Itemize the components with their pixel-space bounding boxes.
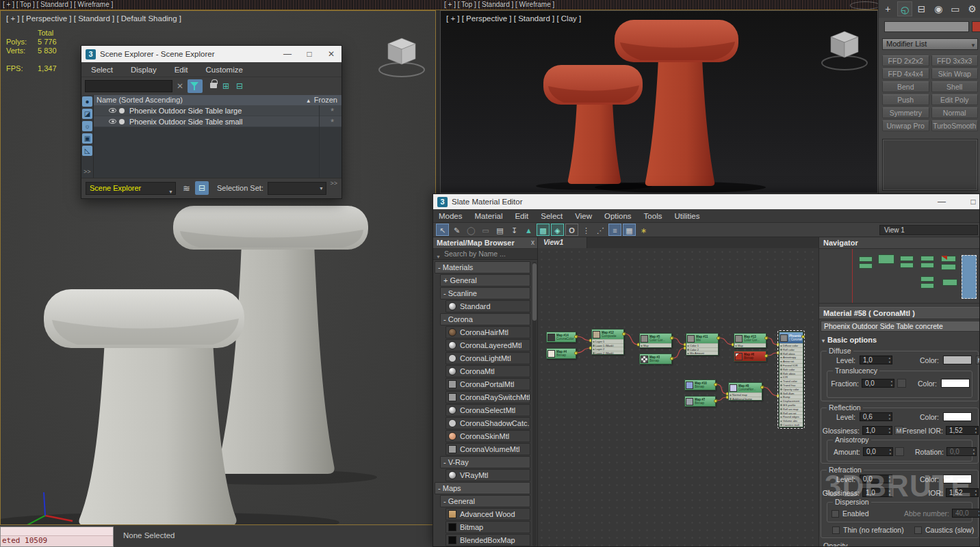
frozen-toggle-icon[interactable]: *: [331, 106, 334, 116]
scene-object-row[interactable]: Phoenix Outdoor Side Table large*: [94, 105, 341, 116]
browser-item-coronalightmtl[interactable]: CoronaLightMtl: [446, 352, 530, 364]
node-slot[interactable]: Layer 2 (Mask): [592, 351, 623, 355]
sme-menu-options[interactable]: Options: [604, 212, 632, 220]
node-output-socket[interactable]: [670, 336, 673, 340]
map-node[interactable]: Map #3Bitmap: [639, 353, 672, 364]
object-name[interactable]: Phoenix Outdoor Side Table small: [129, 118, 243, 126]
modifier-button-skin-wrap[interactable]: Skin Wrap: [931, 68, 979, 79]
browser-item-coronavolumemtl[interactable]: CoronaVolumeMtl: [446, 443, 530, 455]
abbe-number-spinner[interactable]: 40,0: [952, 509, 980, 518]
material-map-browser-toggle-icon[interactable]: ≡: [608, 224, 621, 236]
browser-item-coronahairmtl[interactable]: CoronaHairMtl: [446, 326, 530, 338]
se-menu-display[interactable]: Display: [131, 66, 157, 74]
display-objects-icon[interactable]: ●: [82, 96, 92, 107]
display-cameras-icon[interactable]: ▣: [82, 133, 92, 144]
browser-panel-header[interactable]: Material/Map Browserx: [433, 237, 537, 249]
sme-menu-modes[interactable]: Modes: [439, 212, 463, 220]
frozen-column-header[interactable]: Frozen: [314, 96, 337, 104]
close-button[interactable]: ✕: [321, 46, 341, 62]
se-menu-customize[interactable]: Customize: [206, 66, 243, 74]
show-end-result-icon[interactable]: O: [565, 224, 578, 236]
material-node[interactable]: Phoenix ...( CoronaMtl )Diffuse colorRef…: [779, 332, 803, 427]
modifier-button-ffd-3x3x3[interactable]: FFD 3x3x3: [931, 55, 979, 66]
browser-item-coronalayeredmtl[interactable]: CoronaLayeredMtl: [446, 339, 530, 351]
node-output-socket[interactable]: [764, 354, 768, 358]
material-name-field[interactable]: Phoenix Outdoor Side Table concrete: [821, 321, 980, 332]
modifier-button-normal[interactable]: Normal: [931, 107, 979, 118]
reflection-glossiness-spinner[interactable]: 1,0: [862, 426, 892, 435]
hierarchy-tab-icon[interactable]: ⊟: [914, 1, 929, 16]
node-output-socket[interactable]: [670, 357, 673, 360]
put-material-icon[interactable]: ▭: [479, 224, 492, 236]
name-column-header[interactable]: Name (Sorted Ascending): [94, 96, 183, 104]
aniso-rotation-spinner[interactable]: 0,0: [946, 447, 977, 456]
map-node[interactable]: Map #13Color Cor...Map: [734, 333, 766, 348]
maxscript-mini-listener[interactable]: eted 10509: [0, 526, 114, 547]
fresnel-ior-spinner[interactable]: 1,52: [946, 426, 979, 435]
basic-options-rollout[interactable]: ▾Basic options: [822, 336, 877, 344]
select-tool-icon[interactable]: ↖: [436, 224, 449, 236]
collapse-tree-icon[interactable]: ⊟: [236, 81, 243, 91]
node-output-socket[interactable]: [622, 332, 626, 336]
map-node[interactable]: Map #4Bitmap: [546, 348, 576, 359]
listener-input-row[interactable]: [1, 527, 113, 536]
map-node[interactable]: Map #14CoronaColor: [546, 332, 576, 343]
aniso-amount-spinner[interactable]: 0,0: [863, 447, 893, 456]
modify-tab-icon[interactable]: ◵: [897, 1, 913, 16]
scene-object-row[interactable]: Phoenix Outdoor Side Table small*: [94, 116, 341, 127]
display-shapes-icon[interactable]: ◪: [82, 109, 92, 119]
clear-search-icon[interactable]: ✕: [177, 81, 183, 91]
display-helpers-icon[interactable]: ◺: [82, 146, 92, 156]
delete-node-icon[interactable]: ▤: [493, 224, 506, 236]
node-output-socket[interactable]: [801, 335, 805, 338]
maximize-button[interactable]: □: [963, 194, 980, 209]
navigator-header[interactable]: Navigator: [819, 237, 980, 249]
map-node[interactable]: Map #12CompositeLayer 1Layer 1 (Mask)Lay…: [591, 329, 624, 355]
browser-category[interactable]: - General: [440, 495, 530, 507]
browser-item-coronaskinmtl[interactable]: CoronaSkinMtl: [446, 430, 530, 442]
modifier-button-symmetry[interactable]: Symmetry: [882, 107, 929, 118]
view-selector-dropdown[interactable]: View 1: [879, 225, 978, 235]
material-params-header[interactable]: Material #58 ( CoronaMtl ): [819, 307, 980, 319]
dispersion-enabled-checkbox[interactable]: [831, 510, 839, 518]
display-lights-icon[interactable]: ☼: [82, 121, 92, 131]
create-tab-icon[interactable]: +: [880, 1, 896, 16]
select-by-material-icon[interactable]: ∗: [637, 224, 650, 236]
diffuse-map-button[interactable]: M: [976, 356, 980, 364]
browser-category[interactable]: - Maps: [435, 482, 530, 494]
node-slot[interactable]: Map: [640, 343, 671, 347]
slate-material-editor-window[interactable]: 3 Slate Material Editor — □ ModesMateria…: [433, 194, 980, 547]
node-output-socket[interactable]: [717, 336, 720, 340]
node-slot[interactable]: Mix Amount: [686, 351, 718, 355]
viewcube[interactable]: [818, 21, 871, 78]
browser-item-vraymtl[interactable]: VRayMtl: [446, 469, 530, 481]
thin-refraction-checkbox[interactable]: [832, 526, 840, 534]
caustics-checkbox[interactable]: [914, 526, 922, 534]
browser-item-coronashadowcatc-[interactable]: CoronaShadowCatc..: [446, 417, 530, 429]
modifier-button-unwrap-pro[interactable]: Unwrap Pro: [882, 120, 929, 131]
modifier-button-push[interactable]: Push: [882, 94, 929, 105]
hide-unused-nodeslots-icon[interactable]: ▲: [522, 224, 535, 236]
modifier-list-dropdown[interactable]: Modifier List▼: [882, 38, 978, 50]
map-node[interactable]: Map #11MixColor 1Color 2Mix Amount: [686, 333, 719, 356]
translucency-color-swatch[interactable]: [941, 379, 970, 388]
close-icon[interactable]: x: [531, 237, 534, 248]
reflection-level-spinner[interactable]: 0,6: [860, 412, 892, 421]
maximize-button[interactable]: □: [299, 46, 320, 62]
diffuse-color-swatch[interactable]: [943, 356, 972, 364]
top-viewport-label-right[interactable]: [ + ] [ Top ] [ Standard ] [ Wireframe ]: [444, 1, 554, 8]
viewport-label[interactable]: [ + ] [ Perspective ] [ Standard ] [ Cla…: [446, 14, 581, 23]
utilities-tab-icon[interactable]: ⚙: [964, 1, 980, 16]
object-color-swatch[interactable]: [972, 21, 980, 32]
minimize-button[interactable]: —: [931, 194, 952, 209]
assign-material-icon[interactable]: ◯: [465, 224, 478, 236]
parameter-editor-toggle-icon[interactable]: ▦: [623, 224, 636, 236]
object-name-field[interactable]: [884, 21, 969, 32]
scrollbar-thumb[interactable]: [532, 263, 537, 321]
selection-set-dropdown[interactable]: ▼: [268, 182, 326, 195]
viewport-label[interactable]: [ + ] [ Perspective ] [ Standard ] [ Def…: [6, 14, 181, 23]
node-graph-canvas[interactable]: Map #14CoronaColorMap #4BitmapMap #12Com…: [538, 248, 818, 547]
se-menu-select[interactable]: Select: [91, 66, 113, 74]
strip-overflow-chevrons[interactable]: >>: [83, 168, 91, 175]
refraction-color-swatch[interactable]: [943, 475, 972, 483]
